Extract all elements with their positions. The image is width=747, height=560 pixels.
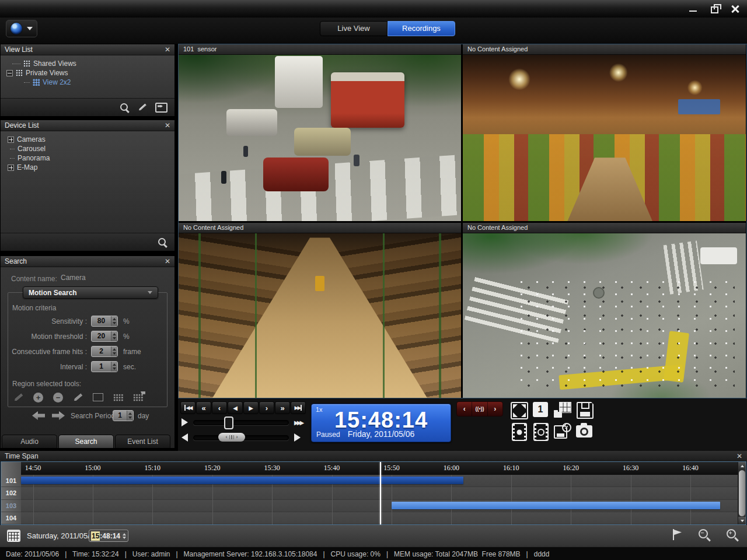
time-hours-selected[interactable]: 15 [91, 531, 100, 541]
spinner-arrows[interactable] [111, 362, 117, 372]
tree-item-view-2x2[interactable]: View 2x2 [4, 78, 172, 87]
search-panel-close-icon[interactable]: ✕ [165, 258, 170, 265]
send-to-monitor-icon[interactable] [155, 103, 167, 113]
event-signal-icon[interactable]: ((•)) [472, 402, 487, 416]
play-backward-button[interactable]: ◀ [228, 401, 243, 414]
time-span-close-icon[interactable]: ✕ [736, 453, 742, 460]
application-window: Live View Recordings View List ✕ Shared … [0, 0, 747, 560]
frame-hits-spinner[interactable]: 2 [91, 346, 118, 357]
record-clip-button[interactable] [533, 423, 549, 441]
multi-view-button[interactable] [554, 402, 571, 418]
timeline-scrollbar[interactable] [738, 462, 746, 524]
timeline-tick-label: 16:30 [623, 464, 638, 473]
tab-event-list[interactable]: Event List [115, 435, 170, 448]
speed-slider-thumb[interactable] [224, 416, 233, 429]
view-selector-button[interactable] [6, 20, 37, 37]
spinner-arrows[interactable] [111, 331, 117, 341]
spinner-arrows[interactable] [111, 316, 117, 326]
view-edit-icon[interactable] [138, 103, 147, 111]
tree-connector [10, 149, 15, 149]
interval-spinner[interactable]: 1 [91, 361, 118, 372]
timeline-tick-label: 15:30 [264, 464, 280, 473]
step-backward-button[interactable]: ‹ [212, 401, 227, 414]
region-draw-tool-icon[interactable] [73, 393, 82, 402]
tab-recordings[interactable]: Recordings [388, 21, 455, 36]
tab-audio[interactable]: Audio [2, 435, 57, 448]
region-grid-select-tool-icon[interactable] [113, 394, 123, 401]
save-view-button[interactable] [577, 402, 594, 419]
minimize-button[interactable] [687, 4, 699, 13]
play-button[interactable]: ▶ [243, 401, 259, 414]
timeline-content[interactable]: 14:5015:0015:1015:2015:3015:4015:5016:00… [21, 462, 738, 524]
video-tile-bottom-right[interactable]: No Content Assigned [463, 223, 746, 398]
speed-slider[interactable] [193, 420, 289, 425]
expand-icon[interactable] [8, 164, 14, 171]
tab-search[interactable]: Search [58, 435, 114, 448]
step-forward-button[interactable]: › [259, 401, 274, 414]
record-marker-button[interactable] [512, 423, 527, 441]
recording-segment[interactable] [21, 477, 463, 484]
scrollbar-thumb[interactable] [739, 470, 745, 516]
device-search-icon[interactable] [158, 237, 167, 247]
snapshot-button[interactable] [576, 425, 592, 438]
timeline-zoom-in-icon[interactable] [726, 528, 739, 541]
speed-max-icon[interactable]: ▶▶▶ [294, 419, 302, 426]
recording-segment[interactable] [392, 502, 720, 509]
close-button[interactable] [729, 4, 741, 13]
spinner-arrows[interactable] [111, 346, 117, 356]
restore-button[interactable] [708, 4, 720, 13]
skip-to-end-button[interactable]: ▶▶ [291, 401, 306, 414]
time-spinner-arrows[interactable] [123, 533, 126, 539]
timeline-playhead[interactable] [380, 462, 381, 524]
tree-item-carousel[interactable]: Carousel [4, 144, 172, 153]
tree-item-private-views[interactable]: Private Views [4, 68, 172, 78]
region-remove-tool-icon[interactable]: − [53, 393, 63, 402]
export-video-button[interactable] [554, 423, 571, 439]
video-tile-101[interactable]: 101 sensor [179, 44, 461, 221]
calendar-icon[interactable] [7, 530, 20, 542]
view-search-icon[interactable] [120, 103, 130, 113]
region-grid-move-tool-icon[interactable] [133, 394, 143, 401]
tree-item-cameras[interactable]: Cameras [4, 135, 172, 144]
tree-item-panorama[interactable]: Panorama [4, 153, 172, 163]
fast-backward-button[interactable]: « [196, 401, 211, 414]
time-input-field[interactable]: 15 :48:14 [89, 530, 128, 542]
next-period-button[interactable] [52, 411, 65, 420]
fullscreen-button[interactable] [511, 402, 528, 419]
scroll-up-button[interactable] [738, 462, 746, 470]
single-view-button[interactable]: 1 [533, 402, 548, 417]
scroll-down-button[interactable] [738, 517, 746, 524]
region-add-tool-icon[interactable]: + [33, 393, 43, 402]
previous-event-button[interactable]: ‹ [457, 402, 472, 416]
jog-shuttle-thumb[interactable]: ‹ › [218, 433, 245, 442]
video-tile-bottom-left[interactable]: No Content Assigned [179, 223, 461, 398]
spinner-arrows[interactable] [127, 411, 133, 421]
sensitivity-spinner[interactable]: 80 [91, 316, 118, 327]
tree-item-shared-views[interactable]: Shared Views [4, 59, 172, 68]
collapse-icon[interactable] [6, 70, 13, 76]
motion-threshold-spinner[interactable]: 20 [91, 331, 118, 342]
view-list-close-icon[interactable]: ✕ [165, 46, 170, 53]
tab-live-view[interactable]: Live View [320, 21, 388, 36]
jog-right-icon[interactable] [294, 433, 301, 442]
time-minutes-seconds[interactable]: :48:14 [100, 532, 120, 540]
jog-shuttle-slider[interactable]: ‹ › [193, 435, 289, 440]
skip-to-start-button[interactable]: ◀◀ [180, 401, 196, 414]
timeline-zoom-out-icon[interactable] [698, 528, 711, 541]
search-period-spinner[interactable]: 1 [113, 410, 134, 421]
video-tile-top-right[interactable]: No Content Assigned [463, 44, 746, 221]
device-list-close-icon[interactable]: ✕ [165, 122, 170, 129]
speed-play-icon[interactable] [181, 418, 188, 426]
timeline[interactable]: 101102103104 14:5015:0015:1015:2015:3015… [1, 461, 746, 525]
tree-item-e-map[interactable]: E-Map [4, 163, 172, 172]
next-event-button[interactable]: › [487, 402, 502, 416]
region-rectangle-tool-icon[interactable] [93, 393, 103, 401]
jog-left-icon[interactable] [181, 433, 188, 442]
minimize-icon [689, 10, 697, 12]
bookmark-flag-icon[interactable] [671, 528, 683, 541]
search-type-dropdown[interactable]: Motion Search [23, 286, 158, 299]
previous-period-button[interactable] [32, 411, 45, 420]
fast-forward-button[interactable]: » [275, 401, 290, 414]
region-pencil-grid-tool-icon[interactable] [13, 393, 23, 402]
expand-icon[interactable] [8, 136, 14, 143]
